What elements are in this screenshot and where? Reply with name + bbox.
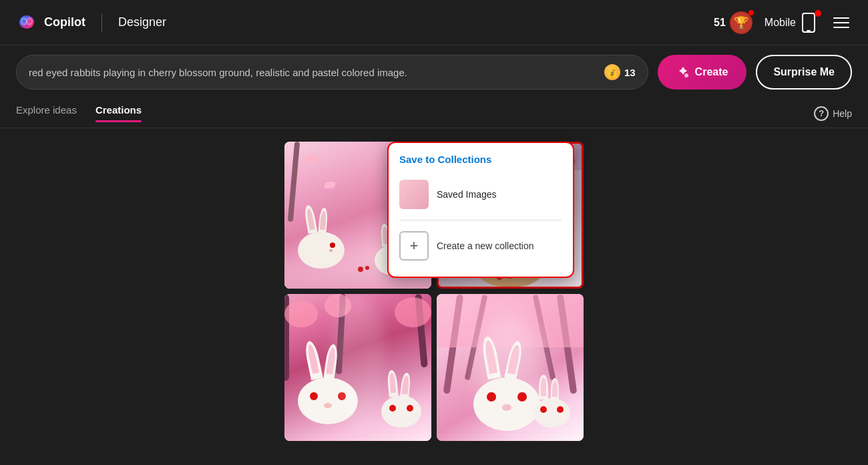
svg-point-6	[684, 73, 688, 78]
tab-explore-ideas[interactable]: Explore ideas	[16, 104, 77, 122]
coin-icon: 💰	[604, 64, 620, 80]
mobile-section: Mobile	[765, 13, 819, 33]
svg-point-3	[27, 19, 31, 23]
help-label: Help	[833, 108, 852, 119]
hamburger-menu[interactable]	[831, 15, 852, 31]
save-to-text: Save to	[399, 154, 435, 165]
search-query-text: red eyed rabbits playing in cherry bloss…	[29, 67, 604, 78]
tab-creations-label: Creations	[95, 104, 142, 116]
create-icon	[676, 65, 690, 79]
surprise-label: Surprise Me	[773, 66, 835, 78]
collection-thumb	[399, 180, 429, 209]
search-bar-area: red eyed rabbits playing in cherry bloss…	[0, 45, 868, 99]
hamburger-line-1	[833, 17, 849, 19]
image-cell-4[interactable]	[437, 294, 584, 441]
score-badge: 51 🏆	[714, 11, 752, 34]
svg-rect-4	[803, 13, 815, 32]
tabs-area: Explore ideas Creations ? Help	[0, 99, 868, 128]
tab-explore-ideas-label: Explore ideas	[16, 104, 77, 116]
collections-link[interactable]: Collections	[438, 154, 492, 165]
help-icon: ?	[814, 106, 829, 121]
app-name: Copilot	[44, 15, 85, 29]
logo-area: Copilot Designer	[16, 12, 166, 33]
trophy-icon: 🏆	[730, 11, 752, 34]
popup-title: Save to Collections	[399, 154, 562, 165]
surprise-button[interactable]: Surprise Me	[756, 55, 852, 90]
svg-point-2	[22, 19, 26, 23]
saved-images-label: Saved Images	[437, 189, 497, 200]
svg-rect-5	[807, 30, 811, 31]
header-right: 51 🏆 Mobile	[714, 11, 852, 34]
collections-popup: Save to Collections Saved Images + Creat…	[387, 142, 574, 278]
search-input-wrapper[interactable]: red eyed rabbits playing in cherry bloss…	[16, 55, 648, 90]
coin-badge: 💰 13	[604, 64, 636, 80]
create-button[interactable]: Create	[658, 55, 747, 90]
module-name: Designer	[118, 15, 166, 29]
mobile-label-text: Mobile	[765, 17, 796, 29]
main-content: Save to Collections Saved Images + Creat…	[0, 128, 868, 454]
image-cell-3[interactable]	[284, 294, 431, 441]
new-collection-label: Create a new collection	[437, 241, 534, 251]
score-value: 51	[714, 17, 726, 29]
saved-images-item[interactable]: Saved Images	[399, 174, 562, 214]
header-divider	[101, 13, 102, 32]
hamburger-line-3	[833, 27, 849, 28]
header: Copilot Designer 51 🏆 Mobile	[0, 0, 868, 45]
new-collection-item[interactable]: + Create a new collection	[399, 226, 562, 266]
tab-creations[interactable]: Creations	[95, 104, 142, 122]
help-button[interactable]: ? Help	[814, 106, 852, 121]
plus-icon: +	[399, 231, 429, 261]
copilot-logo-icon	[16, 12, 37, 33]
create-label: Create	[695, 66, 728, 78]
popup-divider	[399, 220, 562, 220]
hamburger-line-2	[833, 22, 849, 23]
coin-count: 13	[624, 67, 636, 78]
